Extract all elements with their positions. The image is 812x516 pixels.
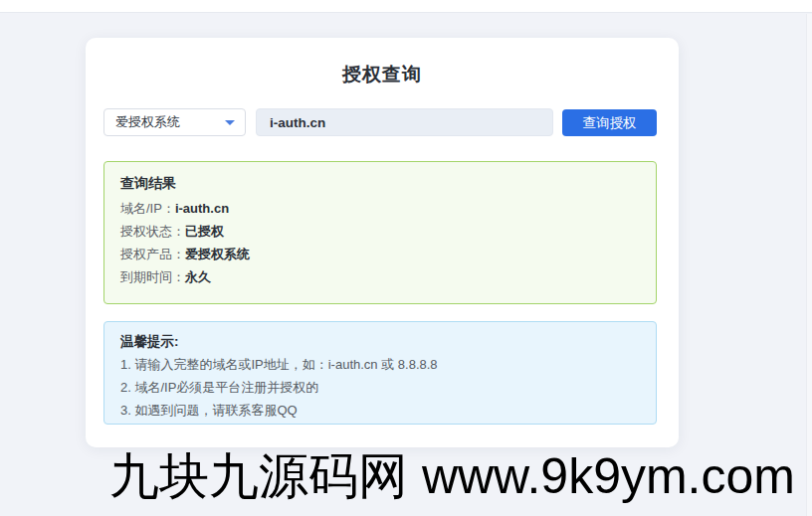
result-row-expiry: 到期时间：永久: [120, 270, 640, 284]
result-row-label: 到期时间：: [120, 269, 185, 284]
result-row-status: 授权状态：已授权: [120, 225, 640, 239]
top-strip: [0, 0, 812, 13]
auth-query-card: 授权查询 爱授权系统 查询授权 查询结果 域名/IP：i-auth.cn 授权状…: [86, 38, 679, 447]
query-auth-button[interactable]: 查询授权: [562, 109, 657, 136]
result-row-label: 域名/IP：: [120, 201, 175, 216]
result-row-product: 授权产品：爱授权系统: [120, 248, 640, 261]
query-result-panel: 查询结果 域名/IP：i-auth.cn 授权状态：已授权 授权产品：爱授权系统…: [103, 161, 657, 304]
result-row-domain: 域名/IP：i-auth.cn: [120, 202, 640, 216]
result-rows: 域名/IP：i-auth.cn 授权状态：已授权 授权产品：爱授权系统 到期时间…: [120, 202, 640, 284]
domain-input[interactable]: [256, 108, 553, 136]
watermark-text: 九块九源码网 www.9k9ym.com: [109, 446, 795, 506]
result-row-value: i-auth.cn: [175, 201, 229, 216]
result-row-label: 授权状态：: [120, 224, 185, 239]
result-title: 查询结果: [120, 174, 640, 192]
result-row-value: 永久: [185, 269, 211, 284]
query-form: 爱授权系统 查询授权: [103, 108, 657, 136]
product-select[interactable]: 爱授权系统: [103, 108, 246, 136]
tips-panel: 温馨提示: 1. 请输入完整的域名或IP地址，如：i-auth.cn 或 8.8…: [103, 321, 657, 425]
result-row-value: 已授权: [185, 224, 224, 239]
result-row-value: 爱授权系统: [185, 247, 250, 261]
tip-item: 3. 如遇到问题，请联系客服QQ: [120, 404, 640, 418]
result-row-label: 授权产品：: [120, 247, 185, 261]
chevron-down-icon: [225, 120, 235, 125]
scrollbar-track[interactable]: [806, 14, 812, 516]
product-select-value: 爱授权系统: [115, 113, 180, 131]
page-title: 授权查询: [86, 62, 679, 87]
tip-item: 2. 域名/IP必须是平台注册并授权的: [120, 381, 640, 395]
tips-title: 温馨提示:: [120, 333, 640, 350]
tip-item: 1. 请输入完整的域名或IP地址，如：i-auth.cn 或 8.8.8.8: [120, 358, 640, 372]
tips-list: 1. 请输入完整的域名或IP地址，如：i-auth.cn 或 8.8.8.8 2…: [120, 358, 640, 418]
